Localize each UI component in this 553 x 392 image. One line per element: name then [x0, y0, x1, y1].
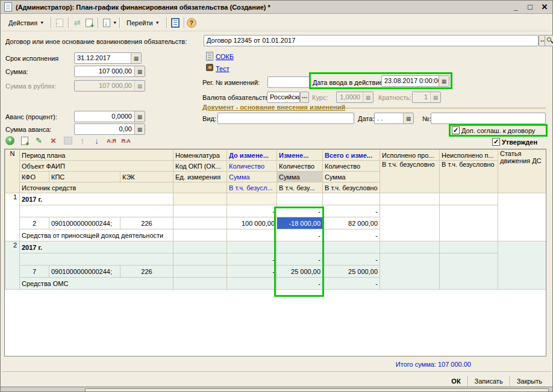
minimize-icon[interactable]: _ [511, 2, 520, 11]
calculator-icon[interactable]: ▦ [134, 124, 145, 134]
actions-menu-button[interactable]: Действия ▼ [4, 16, 48, 30]
sum-change-cell[interactable]: 25 000,00 [277, 266, 323, 278]
col-before-qty[interactable]: Количество [227, 161, 277, 172]
col-source[interactable]: Источник средств [20, 182, 173, 193]
save-button[interactable]: Записать [468, 378, 510, 385]
executed-cell[interactable] [380, 193, 440, 205]
okp-cell[interactable] [173, 205, 227, 217]
calendar-icon[interactable]: ▦ [131, 53, 141, 63]
kfo-cell[interactable]: 7 [20, 266, 49, 278]
ok-button[interactable]: ОК [445, 378, 467, 385]
move-down-icon[interactable]: ↓ [92, 135, 102, 146]
not-executed-cell[interactable] [440, 205, 498, 241]
qty-change-cell[interactable]: - [277, 254, 323, 266]
calculator-icon[interactable]: ▦ [134, 66, 145, 76]
col-okp[interactable]: Код ОКП (ОК... [173, 161, 227, 172]
change-cell[interactable] [277, 241, 323, 254]
not-executed-cell[interactable] [440, 193, 498, 205]
edit-row-icon[interactable]: ✎ [34, 135, 44, 146]
executed-cell[interactable] [380, 254, 440, 290]
col-n[interactable]: N [5, 150, 20, 193]
col-period[interactable]: Период плана [20, 150, 173, 161]
col-kek[interactable]: КЭК [120, 172, 173, 182]
table-row[interactable]: - - - [5, 205, 547, 217]
qty-total-cell[interactable]: - [323, 205, 380, 217]
close-button[interactable]: Закрыть [510, 378, 549, 385]
currency-field[interactable]: Российский [267, 92, 300, 103]
not-executed-cell[interactable] [440, 241, 498, 254]
col-kfo[interactable]: КФО [20, 172, 49, 182]
currency-ellipsis-button[interactable]: ... [300, 92, 309, 103]
test-link[interactable]: Тест [216, 65, 230, 72]
qty-before-cell[interactable]: - [227, 205, 277, 217]
col-kps[interactable]: КПС [49, 172, 120, 182]
sum-field[interactable]: 107 000,00 ▦ [74, 66, 145, 77]
col-total-qty[interactable]: Количество [323, 161, 380, 172]
col-executed[interactable]: Исполнено про... [380, 150, 440, 161]
col-change-sum-selected[interactable]: Сумма [277, 172, 323, 182]
nomenclature-cell[interactable] [173, 241, 227, 254]
contract-field[interactable]: Договор 12345 от 01.01.2017 [204, 35, 539, 46]
total-cell[interactable] [323, 193, 380, 205]
sum-total-cell[interactable]: 82 000,00 [323, 217, 380, 229]
col-total-sum[interactable]: Сумма [323, 172, 380, 182]
contract-search-button[interactable] [545, 35, 553, 46]
faip-cell[interactable] [20, 205, 173, 217]
journal-icon[interactable] [169, 17, 181, 29]
executed-cell[interactable] [380, 241, 440, 254]
col-change-incl[interactable]: В т.ч. безу... [277, 182, 323, 193]
col-before-incl[interactable]: В т.ч. безусл... [227, 182, 277, 193]
col-executed-incl[interactable]: В т.ч. безусловно [380, 161, 440, 193]
kps-cell[interactable]: 0901000000000244; [49, 266, 120, 278]
calendar-icon[interactable]: ▦ [439, 76, 449, 86]
qty-before-cell[interactable]: - [227, 254, 277, 266]
sort-desc-icon[interactable]: Я↓А [120, 135, 131, 146]
fill-dropdown-icon[interactable]: ▼ [113, 20, 117, 25]
term-field[interactable]: 31.12.2017 ▦ [74, 52, 142, 64]
col-total[interactable]: Всего с изме... [323, 150, 380, 161]
change-cell[interactable] [277, 193, 323, 205]
col-not-executed-incl[interactable]: В т.ч. безусловно [440, 161, 498, 193]
doc-number-field[interactable] [431, 113, 546, 124]
doc-kind-field[interactable] [217, 113, 354, 124]
qty-total-cell[interactable]: - [323, 254, 380, 266]
period-cell[interactable]: 2017 г. [20, 193, 173, 205]
maximize-icon[interactable]: □ [526, 2, 534, 11]
table-row[interactable]: 2 2017 г. [5, 241, 547, 254]
advance-pct-field[interactable]: 0,0000 ▦ [74, 111, 145, 122]
kfo-cell[interactable]: 2 [20, 217, 49, 229]
kek-cell[interactable]: 226 [120, 217, 173, 229]
copy-add-icon[interactable]: + [83, 17, 95, 29]
plan-table[interactable]: N Период плана Номенклатура До измене...… [4, 149, 546, 356]
col-article[interactable]: Статья движения ДС [498, 150, 546, 193]
help-icon[interactable]: ? [187, 18, 196, 28]
col-change[interactable]: Измене... [277, 150, 323, 161]
incl-before-cell[interactable] [227, 278, 277, 290]
incl-change-cell[interactable]: - [277, 229, 323, 241]
add-row-icon[interactable]: + [5, 135, 15, 146]
total-cell[interactable] [323, 241, 380, 254]
faip-cell[interactable] [20, 254, 173, 266]
col-before[interactable]: До измене... [227, 150, 277, 161]
col-unit[interactable]: Ед. измерения [173, 172, 227, 182]
table-row[interactable]: - - - [5, 254, 547, 266]
approved-label[interactable]: Утвержден [502, 138, 537, 146]
okp-cell[interactable] [173, 254, 227, 266]
col-not-executed[interactable]: Неисполнено п... [440, 150, 498, 161]
move-up-icon[interactable]: ↑ [77, 135, 87, 146]
incl-total-cell[interactable]: - [323, 229, 380, 241]
unit-cell[interactable] [173, 278, 227, 290]
fill-icon[interactable]: ↓ [101, 17, 113, 29]
kek-cell[interactable]: 226 [120, 266, 173, 278]
goto-menu-button[interactable]: Перейти ▼ [122, 16, 164, 30]
advance-sum-field[interactable]: 0,00 ▦ [74, 123, 145, 135]
sort-asc-icon[interactable]: А↓Я [106, 135, 116, 146]
incl-before-cell[interactable] [227, 229, 277, 241]
period-cell[interactable]: 2017 г. [20, 241, 173, 254]
reg-no-field[interactable] [267, 76, 310, 88]
copy-row-icon[interactable]: + [19, 135, 30, 146]
incl-change-cell[interactable]: - [277, 278, 323, 290]
calculator-icon[interactable]: ▦ [134, 111, 145, 122]
not-executed-cell[interactable] [440, 254, 498, 290]
delete-row-icon[interactable]: ✕ [48, 135, 58, 146]
